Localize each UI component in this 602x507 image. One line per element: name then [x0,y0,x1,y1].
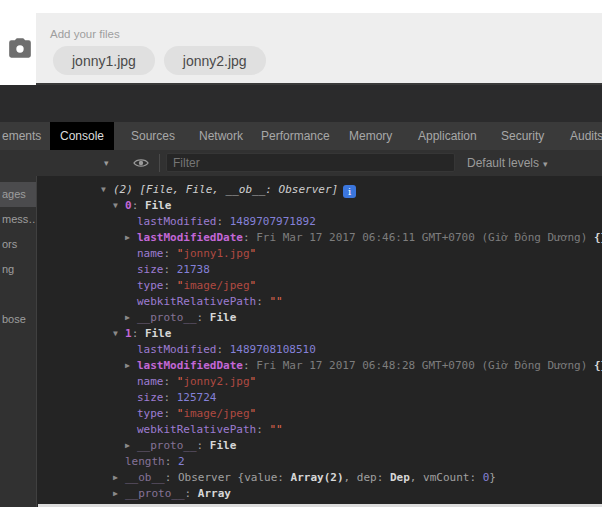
expand-triangle-icon[interactable]: ▶ [125,438,130,454]
console-token: 125724 [177,391,217,404]
console-token: 1 [125,327,132,340]
eye-icon-glyph [132,154,150,172]
console-sidebar: agesmess…orsngbose [0,176,37,507]
console-token: : [164,375,177,388]
collapse-triangle-icon[interactable]: ▼ [113,326,118,342]
console-token: __proto__ [125,487,185,500]
console-token: : [132,327,145,340]
console-message-line: ▶__proto__: Array [38,486,602,502]
tab-network[interactable]: Network [199,122,243,150]
console-token: " [250,375,257,388]
console-token: size [137,263,164,276]
collapse-triangle-icon[interactable]: ▼ [101,182,106,198]
console-token: : [185,487,198,500]
console-token: : [256,295,269,308]
tab-application[interactable]: Application [418,122,477,150]
file-chip-list: jonny1.jpgjonny2.jpg [53,46,266,75]
filter-input[interactable] [166,153,455,172]
console-token: 0 [125,199,132,212]
console-message-line: size: 21738 [38,262,602,278]
console-token: Array(2) [291,471,344,484]
console-token: lastModifiedDate [137,359,243,372]
console-message-line: lastModified: 1489707971892 [38,214,602,230]
console-message-line: webkitRelativePath: "" [38,294,602,310]
console-message-line: name: "jonny2.jpg" [38,374,602,390]
console-token: __proto__ [137,439,197,452]
default-levels-label: Default levels [467,156,539,170]
tab-sources[interactable]: Sources [131,122,175,150]
console-token: File [210,311,237,324]
console-token: : [216,343,229,356]
tab-ements[interactable]: ements [2,122,41,150]
console-message-line: ▼0: File [38,198,602,214]
console-filter-item[interactable]: ors [0,232,36,257]
camera-icon[interactable] [7,36,33,62]
console-token: {} [594,359,602,372]
console-token: " [250,247,257,260]
console-message-line: type: "image/jpeg" [38,278,602,294]
console-message-line: size: 125724 [38,390,602,406]
console-token: File [210,439,237,452]
console-token: : [197,439,210,452]
eye-icon[interactable] [132,154,150,172]
console-token [587,359,594,372]
console-filter-item[interactable]: ages [0,182,36,207]
console-token: , [344,471,357,484]
context-selector-caret-icon[interactable]: ▾ [104,150,109,176]
console-token: : [132,199,145,212]
console-message-line: ▶lastModifiedDate: Fri Mar 17 2017 06:48… [38,358,602,374]
tab-memory[interactable]: Memory [349,122,392,150]
console-token: : [165,455,178,468]
expand-triangle-icon[interactable]: ▶ [125,358,130,374]
console-message-line: ▼(2) [File, File, __ob__: Observer]i [38,182,602,198]
console-message-line: webkitRelativePath: "" [38,422,602,438]
console-token: name [137,375,164,388]
console-filter-item[interactable] [0,282,36,307]
page: Add your files jonny1.jpgjonny2.jpg emen… [0,0,602,507]
console-token: Array [198,487,231,500]
upload-panel: Add your files jonny1.jpgjonny2.jpg [36,13,602,85]
console-token: __proto__ [137,311,197,324]
console-token: } [489,471,496,484]
chevron-down-icon: ▾ [543,159,548,169]
console-token: {} [594,231,602,244]
camera-icon-glyph [7,36,33,62]
console-token: lastModifiedDate [137,231,243,244]
console-toolbar: ▾ Default levels▾ [0,150,602,176]
console-filter-item[interactable]: bose [0,307,36,332]
console-messages: ▼(2) [File, File, __ob__: Observer]i▼0: … [38,176,602,507]
console-token: dep: [357,471,390,484]
expand-triangle-icon[interactable]: ▶ [125,310,130,326]
file-chip[interactable]: jonny1.jpg [53,46,155,75]
tab-console[interactable]: Console [50,122,114,150]
console-filter-item[interactable]: ng [0,257,36,282]
console-token: : [243,359,256,372]
expand-triangle-icon[interactable]: ▶ [125,230,130,246]
console-message-line: name: "jonny1.jpg" [38,246,602,262]
console-filter-item[interactable]: mess… [0,207,36,232]
console-token: , [410,471,423,484]
console-token: image/jpeg [183,407,249,420]
console-token: " [250,407,257,420]
tab-security[interactable]: Security [501,122,544,150]
default-levels-dropdown[interactable]: Default levels▾ [467,150,548,176]
console-token: " [250,279,257,292]
console-token: __ob__ [125,471,165,484]
console-token: lastModified [137,343,216,356]
expand-triangle-icon[interactable]: ▶ [113,470,118,486]
console-token: : [164,407,177,420]
collapse-triangle-icon[interactable]: ▼ [113,198,118,214]
console-token: : [165,471,178,484]
console-body: agesmess…orsngbose ▼(2) [File, File, __o… [0,176,602,507]
expand-triangle-icon[interactable]: ▶ [113,486,118,502]
tab-performance[interactable]: Performance [261,122,330,150]
tab-audits[interactable]: Audits [570,122,602,150]
console-token: 21738 [177,263,210,276]
console-message-line: ▼1: File [38,326,602,342]
info-icon[interactable]: i [343,185,356,198]
console-token: webkitRelativePath [137,423,256,436]
console-token: Observer [178,471,238,484]
console-token: image/jpeg [183,279,249,292]
devtools-tab-bar: ementsConsoleSourcesNetworkPerformanceMe… [0,122,602,150]
file-chip[interactable]: jonny2.jpg [164,46,266,75]
